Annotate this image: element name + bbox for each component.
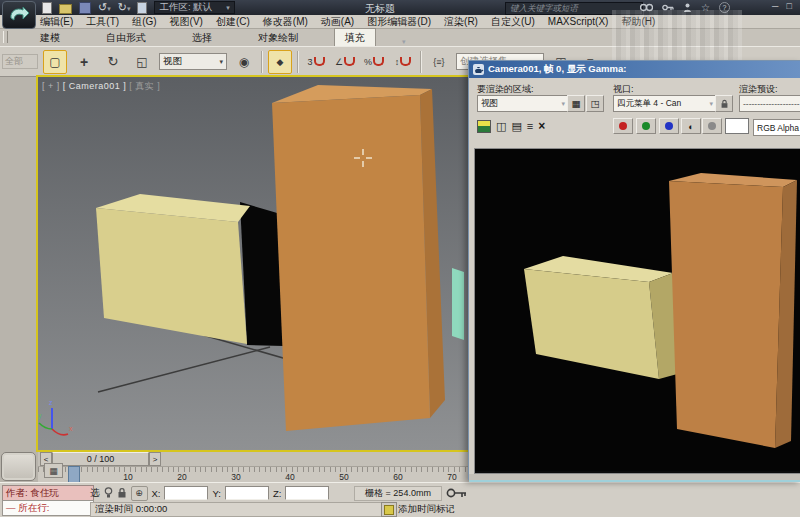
isolate-selection-bulb-icon[interactable] [104,487,113,499]
copy-image-icon[interactable]: ◫ [496,120,506,133]
menu-item-MAXScriptX[interactable]: MAXScript(X) [548,16,609,27]
ribbon-tab-自由形式[interactable]: 自由形式 [96,29,156,46]
redo-button[interactable]: ↻▾ [118,2,131,13]
selection-lock-icon[interactable] [117,487,127,499]
green-channel-icon[interactable] [636,118,656,134]
snap-toggle-3d-button[interactable]: 3 [304,50,328,74]
ribbon-tab-对象绘制[interactable]: 对象绘制 [248,29,308,46]
minimize-button[interactable]: ─ [772,1,778,11]
channel-display-dropdown[interactable]: RGB Alpha [753,119,800,136]
use-pivot-point-button[interactable]: ◉ [232,50,256,74]
background-color-swatch[interactable] [725,118,749,134]
select-and-move-button[interactable]: + [72,50,96,74]
app-logo-button[interactable] [2,1,36,29]
ribbon-tab-填充[interactable]: 填充 [334,28,376,46]
viewport-shading-label[interactable]: [ 真实 ] [129,81,160,91]
render-preset-dropdown[interactable]: -------------------- [739,95,800,112]
viewport-label[interactable]: [ + ] [ Camera001 ] [ 真实 ] [42,80,160,93]
y-coordinate-field[interactable] [225,486,269,500]
menu-item-G[interactable]: 组(G) [132,15,156,29]
percent-snap-button[interactable]: % [362,50,386,74]
license-key-icon[interactable] [662,3,674,12]
clear-image-icon[interactable]: × [538,119,545,133]
select-and-manipulate-button[interactable]: ◆ [268,50,292,74]
new-file-icon[interactable] [42,2,52,14]
save-image-icon[interactable] [477,120,491,133]
ribbon-tab-建模[interactable]: 建模 [30,29,70,46]
menu-item-A[interactable]: 动画(A) [321,15,354,29]
favorites-star-icon[interactable]: ☆ [701,2,710,13]
selection-label: 选 [90,487,100,500]
grid-size-display: 栅格 = 254.0mm [354,486,442,501]
isolate-corner-button[interactable] [1,452,36,481]
rectangular-selection-region-button[interactable]: ▢ [43,50,67,74]
teal-object-sliver[interactable] [452,268,464,340]
blue-channel-icon[interactable] [659,118,679,134]
project-folder-icon[interactable] [137,2,147,14]
ribbon-flyout-caret[interactable]: ▾ [402,38,406,46]
track-bar-frame-handle[interactable] [68,466,80,483]
print-image-icon[interactable]: ≡ [527,120,533,132]
ribbon-grip[interactable] [3,31,8,43]
edit-region-button[interactable]: ▦ [567,95,585,112]
maximize-button[interactable]: □ [786,1,791,11]
menu-item-R[interactable]: 渲染(R) [444,15,478,29]
z-coordinate-field[interactable] [285,486,329,500]
rfw-toolbar: ◫ ▤ ≡ × [477,119,545,133]
x-coordinate-field[interactable] [164,486,208,500]
ruler-tick-70: 70 [447,472,456,482]
add-time-tag[interactable]: 添加时间标记 [398,503,455,516]
maxscript-macro-recorder-line[interactable]: 作者: 食住玩 [2,485,94,501]
save-file-icon[interactable] [79,2,91,14]
alpha-channel-button[interactable] [702,118,722,134]
select-and-scale-button[interactable]: ◱ [130,50,154,74]
viewport-lock-button[interactable] [715,95,733,112]
search-community-binoculars-icon[interactable] [640,3,653,12]
menu-item-E[interactable]: 编辑(E) [40,15,73,29]
clone-window-icon[interactable]: ▤ [511,120,521,133]
help-button[interactable]: ? [719,2,730,13]
search-input[interactable]: 键入关键字或短语 [505,2,643,15]
teapot-window-icon [473,64,484,75]
maxscript-listener-line[interactable]: — 所在行: [2,500,94,516]
area-to-render-dropdown[interactable]: 视图▾ [477,95,569,112]
open-file-icon[interactable] [59,4,72,14]
red-channel-icon[interactable] [613,118,633,134]
ribbon-tab-bar: 建模自由形式选择对象绘制填充▾ [0,29,800,46]
menu-item-H[interactable]: 帮助(H) [621,15,655,29]
communication-center-icon[interactable] [683,3,692,13]
selection-filter-dropdown[interactable]: 全部 [2,54,38,69]
viewport-dropdown[interactable]: 四元菜单 4 - Can▾ [613,95,717,112]
spinner-snap-button[interactable]: ↕ [391,50,415,74]
select-and-rotate-button[interactable]: ↻ [101,50,125,74]
time-slider[interactable]: 0 / 100 [52,452,149,466]
undo-button[interactable]: ↺▾ [98,2,111,13]
rfw-titlebar[interactable]: Camera001, 帧 0, 显示 Gamma: [469,61,800,78]
prompt-line: 渲染时间 0:00:00 [90,502,388,517]
reference-coordinate-dropdown[interactable]: 视图▾ [159,53,227,70]
workspace-selector[interactable]: 工作区: 默认▾ [154,1,234,14]
z-coordinate-label: Z: [273,488,281,499]
camera-viewport[interactable]: z x y [ + ] [ Camera001 ] [ 真实 ] [38,77,470,450]
orange-box-front-face[interactable] [272,95,430,431]
ribbon-tab-选择[interactable]: 选择 [182,29,222,46]
menu-item-U[interactable]: 自定义(U) [491,15,535,29]
menu-item-C[interactable]: 创建(C) [216,15,250,29]
menu-item-D[interactable]: 图形编辑器(D) [367,15,431,29]
absolute-offset-mode-toggle[interactable]: ⊕ [131,486,148,501]
angle-snap-button[interactable]: ∠ [333,50,357,74]
open-mini-curve-editor-button[interactable]: ▦ [44,463,63,478]
rendered-frame-window[interactable]: Camera001, 帧 0, 显示 Gamma: 要渲染的区域: 视图▾ ▦ … [468,60,800,480]
menu-item-M[interactable]: 修改器(M) [263,15,308,29]
ruler-tick-10: 10 [123,472,132,482]
next-frame-arrow[interactable]: > [149,452,161,466]
progressive-display-button[interactable] [381,502,397,517]
monochrome-channel-button[interactable]: ◐ [681,118,701,134]
track-bar-ruler[interactable]: 010203040506070 [38,466,470,483]
menu-item-V[interactable]: 视图(V) [170,15,203,29]
edit-named-selection-sets-button[interactable]: {≡} [427,50,451,74]
viewport-pov-label[interactable]: [ Camera001 ] [63,81,127,91]
auto-region-button[interactable]: ◳ [586,95,604,112]
menu-item-T[interactable]: 工具(T) [86,15,119,29]
viewport-menu-plus[interactable]: [ + ] [42,81,60,91]
